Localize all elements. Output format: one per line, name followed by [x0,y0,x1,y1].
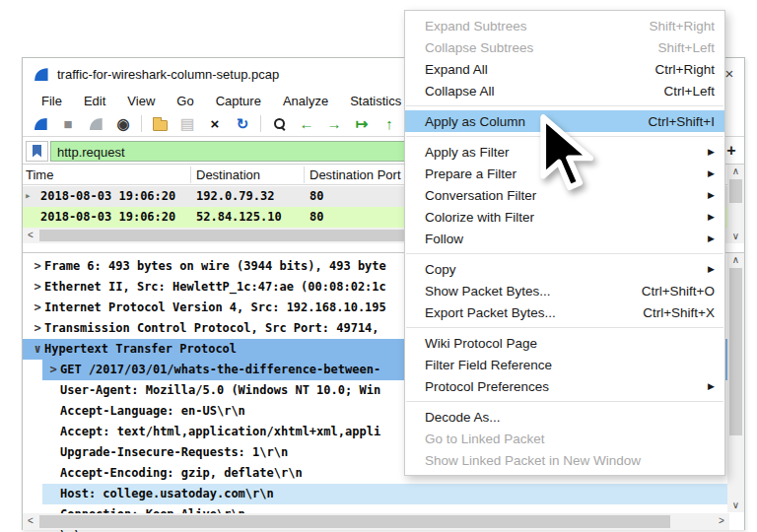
go-to-packet-icon[interactable]: ↦ [350,113,374,134]
detail-text: Ethernet II, Src: HewlettP_1c:47:ae (00:… [44,280,386,294]
find-packet-icon[interactable] [267,113,291,134]
save-file-icon[interactable]: ▤ [175,113,199,134]
menu-item-shortcut: Shift+Left [658,40,715,55]
context-menu: Expand SubtreesShift+RightCollapse Subtr… [404,10,725,476]
go-to-top-icon[interactable]: ↑ [378,113,401,134]
details-vertical-scrollbar[interactable]: ∧ ∨ [727,253,744,512]
column-header-destination-port[interactable]: Destination Port [310,167,401,182]
expander-icon[interactable]: ∨ [31,339,44,360]
detail-text: Host: college.usatoday.com\r\n [60,487,274,500]
menu-item-show-packet-bytes[interactable]: Show Packet Bytes...Ctrl+Shift+O [405,280,724,301]
menu-separator [406,105,723,106]
menubar-item-file[interactable]: File [31,92,73,110]
expander-icon[interactable]: > [31,298,44,318]
indent-space [46,442,60,463]
detail-text: Upgrade-Insecure-Requests: 1\r\n [60,445,288,459]
indent-space [46,422,60,442]
detail-text: Transmission Control Protocol, Src Port:… [44,321,386,335]
column-separator[interactable] [304,166,305,183]
menu-item-label: Collapse All [425,84,653,99]
filter-bookmark-button[interactable] [26,141,48,162]
screen: traffic-for-wireshark-column-setup.pcap … [0,0,757,532]
submenu-arrow-icon: ▶ [708,264,715,274]
stop-capture-icon[interactable]: ■ [56,113,80,134]
scrollbar-thumb[interactable] [39,515,670,528]
scrollbar-thumb[interactable] [729,268,742,435]
menu-separator [406,327,723,328]
bookmark-icon [33,145,41,158]
menu-item-collapse-all[interactable]: Collapse AllCtrl+Left [405,80,724,101]
menu-item-shortcut: Ctrl+Shift+I [648,114,715,129]
scroll-down-icon[interactable]: ∨ [727,230,744,243]
column-header-destination[interactable]: Destination [196,167,260,182]
restart-capture-icon[interactable] [84,113,107,134]
menu-item-show-linked-packet-in-new-window: Show Linked Packet in New Window [405,449,724,471]
find-packet-icon [274,118,285,129]
cell-destination-port: 80 [310,189,323,203]
column-separator[interactable] [190,166,191,183]
menu-item-label: Collapse Subtrees [425,40,647,55]
menu-item-shortcut: Ctrl+Shift+O [642,284,715,299]
scrollbar-thumb[interactable] [729,179,742,203]
menu-item-shortcut: Ctrl+Left [664,84,715,99]
window-title: traffic-for-wireshark-column-setup.pcap [57,67,279,82]
menu-item-label: Show Linked Packet in New Window [425,453,715,468]
details-horizontal-scrollbar[interactable]: < > [23,513,729,530]
scroll-up-icon[interactable]: ∧ [727,253,744,267]
menu-item-expand-all[interactable]: Expand AllCtrl+Right [405,58,724,80]
indent-space [46,463,60,484]
menu-item-label: Copy [425,262,715,277]
close-file-icon[interactable]: × [203,113,227,134]
capture-options-icon[interactable]: ◉ [111,113,135,134]
menubar-item-analyze[interactable]: Analyze [272,92,339,110]
scroll-up-icon[interactable]: ∧ [727,165,744,178]
menu-item-expand-subtrees: Expand SubtreesShift+Right [405,15,724,36]
cell-destination: 52.84.125.10 [196,210,282,224]
scroll-left-icon[interactable]: < [23,513,38,530]
scroll-down-icon[interactable]: ∨ [727,499,744,512]
menubar-item-view[interactable]: View [116,92,166,110]
submenu-arrow-icon: ▶ [708,190,715,200]
menubar-item-edit[interactable]: Edit [73,92,116,110]
detail-text: Accept-Encoding: gzip, deflate\r\n [60,466,303,480]
first-packet-marker-icon: ▸ [25,189,32,202]
cell-time: 2018-08-03 19:06:20 [40,189,175,203]
indent-space [46,484,60,504]
detail-text: User-Agent: Mozilla/5.0 (Windows NT 10.0… [60,383,380,397]
next-packet-icon[interactable]: → [322,113,346,134]
menu-item-follow[interactable]: Follow▶ [405,228,724,249]
menu-item-export-packet-bytes[interactable]: Export Packet Bytes...Ctrl+Shift+X [405,301,724,323]
detail-text: Hypertext Transfer Protocol [44,342,237,356]
menu-item-wiki-protocol-page[interactable]: Wiki Protocol Page [405,332,724,354]
expander-icon[interactable]: > [31,256,44,277]
expander-icon[interactable]: > [31,318,44,339]
expander-icon[interactable]: > [31,277,44,298]
scroll-left-icon[interactable]: < [23,228,38,243]
expander-icon[interactable]: > [46,360,60,380]
start-capture-icon[interactable] [29,113,52,134]
detail-row[interactable]: Host: college.usatoday.com\r\n [23,484,729,504]
menu-item-label: Export Packet Bytes... [425,305,631,320]
submenu-arrow-icon: ▶ [708,168,715,178]
wireshark-logo-icon [33,66,49,83]
menu-item-label: Expand All [425,62,644,77]
menubar-item-statistics[interactable]: Statistics [339,92,412,110]
packet-list-vertical-scrollbar[interactable]: ∧ ∨ [727,165,744,243]
open-file-icon[interactable] [148,113,172,134]
menu-item-protocol-preferences[interactable]: Protocol Preferences▶ [405,375,724,397]
menu-separator [406,401,723,402]
menubar-item-go[interactable]: Go [166,92,204,110]
previous-packet-icon[interactable]: ← [295,113,318,134]
menu-item-filter-field-reference[interactable]: Filter Field Reference [405,354,724,375]
menu-item-colorize-with-filter[interactable]: Colorize with Filter▶ [405,206,724,228]
menu-item-copy[interactable]: Copy▶ [405,258,724,280]
menubar-item-capture[interactable]: Capture [205,92,272,110]
menu-item-decode-as[interactable]: Decode As... [405,406,724,428]
indent-space [46,401,60,422]
reload-icon[interactable]: ↻ [231,113,254,134]
column-header-time[interactable]: Time [26,167,53,182]
menu-item-label: Go to Linked Packet [425,432,715,446]
menu-item-label: Expand Subtrees [425,19,638,33]
detail-text: Accept-Language: en-US\r\n [60,404,245,418]
scroll-right-icon[interactable]: > [714,513,729,530]
